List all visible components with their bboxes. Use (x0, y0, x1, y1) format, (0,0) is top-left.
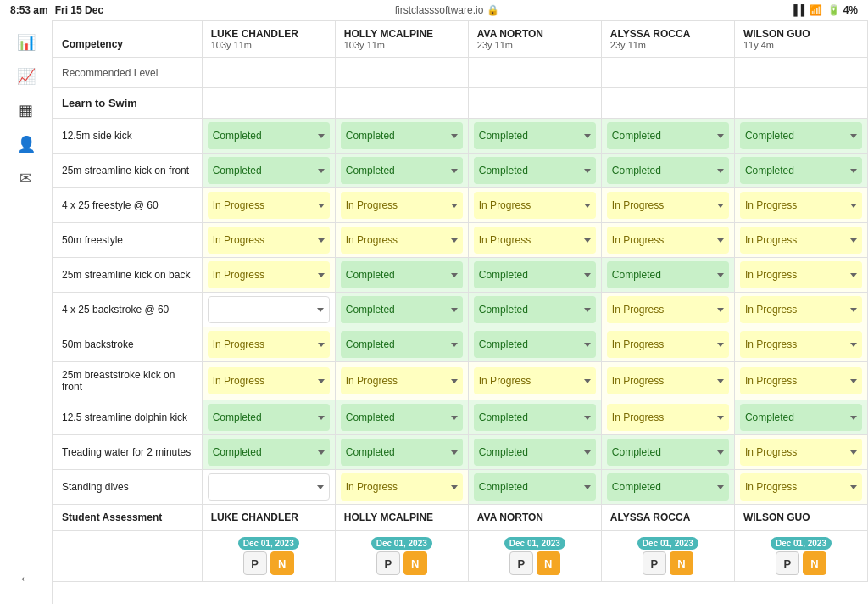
status-select-8-2[interactable]: In ProgressCompleted (474, 404, 596, 431)
status-select-2-0[interactable]: In ProgressCompleted (208, 192, 330, 219)
status-select-10-1[interactable]: In ProgressCompleted (341, 473, 463, 501)
status-cell-9-1: In ProgressCompleted (335, 435, 468, 470)
status-select-1-4[interactable]: In ProgressCompleted (740, 157, 862, 184)
status-select-6-3[interactable]: In ProgressCompleted (607, 331, 729, 358)
status-select-4-2[interactable]: In ProgressCompleted (474, 261, 596, 288)
p-button-4[interactable]: P (776, 551, 799, 575)
assessment-cell-3: Dec 01, 2023PN (601, 531, 734, 582)
status-select-1-0[interactable]: In ProgressCompleted (208, 157, 330, 184)
status-select-6-0[interactable]: In ProgressCompleted (208, 331, 330, 358)
n-button-0[interactable]: N (270, 551, 294, 575)
assessment-cell-inner-2: Dec 01, 2023PN (474, 537, 596, 575)
status-select-9-3[interactable]: In ProgressCompleted (607, 439, 729, 466)
sidebar-item-bar[interactable]: 📈 (8, 61, 45, 92)
assessment-student-header-0: LUKE CHANDLER (202, 505, 335, 531)
status-select-0-3[interactable]: In ProgressCompleted (607, 122, 729, 149)
status-select-8-4[interactable]: In ProgressCompleted (740, 404, 862, 431)
status-select-2-2[interactable]: In ProgressCompleted (474, 192, 596, 219)
status-select-7-3[interactable]: In ProgressCompleted (607, 367, 729, 394)
competency-name-0: 12.5m side kick (53, 119, 203, 154)
status-select-1-2[interactable]: In ProgressCompleted (474, 157, 596, 184)
n-button-3[interactable]: N (670, 551, 693, 575)
status-center: firstclasssoftware.io 🔒 (395, 4, 499, 16)
status-select-5-3[interactable]: In ProgressCompleted (607, 296, 729, 323)
student-header-4: Wilson Guo 11y 4m (734, 21, 867, 58)
assessment-cell-4: Dec 01, 2023PN (734, 531, 867, 582)
status-select-9-1[interactable]: In ProgressCompleted (341, 439, 463, 466)
battery-icon: 🔋 4% (827, 4, 858, 16)
p-button-2[interactable]: P (509, 551, 533, 575)
status-right: ▐▐ 📶 🔋 4% (790, 4, 858, 16)
student-age-3: 23y 11m (610, 40, 726, 50)
status-select-6-1[interactable]: In ProgressCompleted (341, 331, 463, 358)
status-select-9-2[interactable]: In ProgressCompleted (474, 439, 596, 466)
status-select-2-4[interactable]: In ProgressCompleted (740, 192, 862, 219)
assessment-data-row: Dec 01, 2023PNDec 01, 2023PNDec 01, 2023… (53, 531, 868, 582)
status-select-7-1[interactable]: In ProgressCompleted (341, 367, 463, 394)
status-select-0-4[interactable]: In ProgressCompleted (740, 122, 862, 149)
status-cell-10-4: In ProgressCompleted (734, 470, 867, 505)
status-select-0-1[interactable]: In ProgressCompleted (341, 122, 463, 149)
status-cell-0-0: In ProgressCompleted (202, 119, 335, 154)
sidebar-item-mail[interactable]: ✉ (8, 163, 45, 193)
student-header-0: LUKE CHANDLER 103y 11m (202, 21, 335, 58)
status-select-1-1[interactable]: In ProgressCompleted (341, 157, 463, 184)
sidebar-item-person[interactable]: 👤 (8, 129, 45, 159)
n-button-1[interactable]: N (403, 551, 427, 575)
status-select-6-4[interactable]: In ProgressCompleted (740, 331, 862, 358)
status-select-10-3[interactable]: In ProgressCompleted (607, 473, 729, 501)
status-select-5-4[interactable]: In ProgressCompleted (740, 296, 862, 323)
status-select-4-0[interactable]: In ProgressCompleted (208, 261, 330, 288)
status-select-4-1[interactable]: In ProgressCompleted (341, 261, 463, 288)
student-age-1: 103y 11m (344, 40, 459, 50)
section-cell-3 (601, 88, 734, 119)
status-cell-1-0: In ProgressCompleted (202, 154, 335, 188)
status-select-4-4[interactable]: In ProgressCompleted (740, 261, 862, 288)
status-select-5-2[interactable]: In ProgressCompleted (474, 296, 596, 323)
sidebar-item-chart[interactable]: 📊 (8, 27, 45, 58)
status-select-3-3[interactable]: In ProgressCompleted (607, 226, 729, 254)
status-select-0-0[interactable]: In ProgressCompleted (208, 122, 330, 149)
status-select-0-2[interactable]: In ProgressCompleted (474, 122, 596, 149)
status-select-4-3[interactable]: In ProgressCompleted (607, 261, 729, 288)
status-select-6-2[interactable]: In ProgressCompleted (474, 331, 596, 358)
status-bar: 8:53 am Fri 15 Dec firstclasssoftware.io… (0, 0, 868, 20)
status-select-5-0[interactable]: In ProgressCompleted (208, 296, 330, 323)
assessment-student-header-2: AVA NORTON (468, 505, 601, 531)
sidebar-item-back[interactable]: ← (8, 563, 45, 594)
status-select-5-1[interactable]: In ProgressCompleted (341, 296, 463, 323)
status-select-3-2[interactable]: In ProgressCompleted (474, 226, 596, 254)
status-select-9-0[interactable]: In ProgressCompleted (208, 439, 330, 466)
status-select-7-0[interactable]: In ProgressCompleted (208, 367, 330, 394)
status-cell-5-3: In ProgressCompleted (601, 293, 734, 327)
status-select-1-3[interactable]: In ProgressCompleted (607, 157, 729, 184)
competency-name-7: 25m breaststroke kick on front (53, 362, 203, 400)
status-select-3-4[interactable]: In ProgressCompleted (740, 226, 862, 254)
status-select-10-2[interactable]: In ProgressCompleted (474, 473, 596, 501)
data-row-8: 12.5 streamline dolphin kickIn ProgressC… (53, 400, 868, 435)
status-select-9-4[interactable]: In ProgressCompleted (740, 439, 862, 466)
status-select-3-1[interactable]: In ProgressCompleted (341, 226, 463, 254)
p-button-1[interactable]: P (376, 551, 400, 575)
status-select-2-3[interactable]: In ProgressCompleted (607, 192, 729, 219)
n-button-4[interactable]: N (803, 551, 826, 575)
status-select-10-4[interactable]: In ProgressCompleted (740, 473, 862, 501)
status-cell-3-4: In ProgressCompleted (734, 223, 867, 258)
n-button-2[interactable]: N (537, 551, 560, 575)
pn-buttons-1: PN (376, 551, 427, 575)
status-select-3-0[interactable]: In ProgressCompleted (208, 226, 330, 254)
status-select-7-2[interactable]: In ProgressCompleted (474, 367, 596, 394)
p-button-3[interactable]: P (643, 551, 666, 575)
status-select-8-3[interactable]: In ProgressCompleted (607, 404, 729, 431)
status-select-8-1[interactable]: In ProgressCompleted (341, 404, 463, 431)
p-button-0[interactable]: P (243, 551, 267, 575)
bar-chart-icon: 📈 (17, 67, 36, 86)
sidebar-item-grid[interactable]: ▦ (8, 95, 45, 126)
status-cell-3-1: In ProgressCompleted (335, 223, 468, 258)
status-select-8-0[interactable]: In ProgressCompleted (208, 404, 330, 431)
status-select-7-4[interactable]: In ProgressCompleted (740, 367, 862, 394)
status-select-10-0[interactable]: In ProgressCompleted (208, 473, 330, 501)
status-select-2-1[interactable]: In ProgressCompleted (341, 192, 463, 219)
header-name-row: Competency LUKE CHANDLER 103y 11m HOLLY … (53, 21, 868, 58)
status-cell-10-2: In ProgressCompleted (468, 470, 601, 505)
